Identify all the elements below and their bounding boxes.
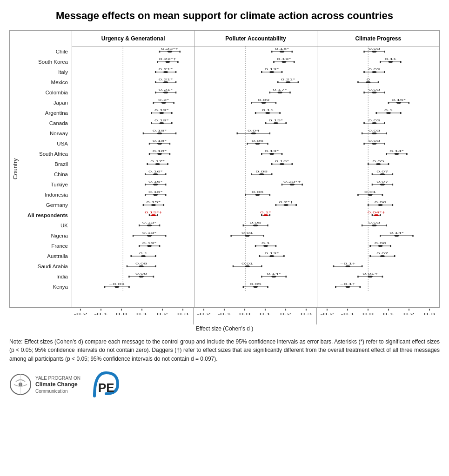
svg-text:0.14*: 0.14* [389,150,404,152]
svg-point-175 [270,153,274,155]
svg-point-94 [147,235,152,237]
svg-text:0.15*†: 0.15*† [145,211,162,214]
svg-point-135 [270,71,274,73]
svg-point-326 [374,214,378,216]
svg-point-119 [115,286,119,288]
svg-text:PE: PE [98,381,114,395]
svg-text:0.01: 0.01 [241,231,254,234]
country-label: Kenya [22,282,70,292]
svg-text:0.09: 0.09 [135,272,147,275]
svg-point-34 [160,112,164,114]
svg-text:0.14*: 0.14* [267,272,281,275]
svg-text:0.2*: 0.2* [158,99,169,101]
country-label: Indonesia [22,190,70,200]
svg-point-246 [372,51,376,53]
svg-text:0.13*: 0.13* [265,150,279,152]
svg-text:0.19*: 0.19* [154,109,169,112]
x-axis-spacer [9,308,70,324]
yale-logo: YALE PROGRAM ON Climate Change Communica… [9,373,80,396]
svg-text:0.06: 0.06 [374,201,386,204]
svg-text:0.2: 0.2 [280,312,291,316]
svg-point-311 [380,184,384,185]
svg-text:0.09: 0.09 [258,99,270,101]
svg-text:0.23*†: 0.23*† [161,47,179,50]
country-label: Saudi Arabia [22,261,70,271]
footer: YALE PROGRAM ON Climate Change Communica… [9,370,440,398]
svg-text:0.15*: 0.15* [147,201,161,204]
country-label: Germany [22,200,70,210]
svg-point-160 [274,122,278,124]
yale-text: YALE PROGRAM ON Climate Change Communica… [35,375,80,395]
svg-point-114 [139,276,143,278]
country-label: South Africa [22,149,70,159]
svg-text:-0.2: -0.2 [320,312,334,316]
panel-header-climate: Climate Progress [317,31,439,46]
svg-point-321 [378,204,382,206]
country-label: Brazil [22,159,70,169]
svg-text:−0.1†: −0.1† [340,283,355,285]
svg-text:0.13*: 0.13* [142,231,157,234]
svg-point-44 [157,132,161,134]
svg-text:0.07: 0.07 [376,252,389,255]
svg-point-64 [154,173,158,175]
svg-text:-0.2: -0.2 [74,312,87,316]
country-label: USA [22,139,70,149]
svg-point-125 [280,51,284,53]
svg-point-130 [282,61,286,63]
svg-text:0.15*: 0.15* [269,119,283,122]
svg-text:0.16*: 0.16* [148,191,163,193]
svg-text:0.21*: 0.21* [159,88,173,91]
svg-text:0.05: 0.05 [372,160,384,163]
svg-point-195 [255,194,260,196]
svg-point-170 [255,143,260,145]
svg-text:0.13*: 0.13* [142,242,157,245]
svg-text:0.08: 0.08 [256,170,268,173]
y-axis-label: Country [10,31,20,307]
svg-text:0.0: 0.0 [116,312,127,316]
svg-text:0.19*: 0.19* [154,119,169,122]
panel-header-polluter: Polluter Accountability [194,31,316,46]
svg-point-145 [278,92,282,93]
yale-logo-icon [9,373,32,396]
country-label: Norway [22,128,70,139]
svg-point-104 [141,255,145,257]
svg-text:0.17*: 0.17* [150,160,165,163]
svg-point-331 [372,225,376,226]
svg-text:0.03: 0.03 [368,68,380,71]
svg-point-361 [346,286,350,288]
svg-point-49 [157,143,161,145]
svg-text:0.03: 0.03 [368,119,380,122]
svg-text:0.04*†: 0.04*† [368,211,385,214]
svg-text:0.2: 0.2 [157,312,168,316]
svg-text:0.13*: 0.13* [142,221,157,224]
svg-text:0.01: 0.01 [241,262,254,265]
svg-point-155 [266,112,270,114]
x-axis-label: Effect size (Cohen's d ) [9,325,440,332]
svg-point-281 [372,122,376,124]
country-label: South Korea [22,57,70,67]
svg-point-19 [164,81,168,83]
svg-point-351 [346,265,350,267]
svg-text:0.0: 0.0 [239,312,250,316]
svg-text:0.1: 0.1 [383,312,394,316]
x-axis-panel-2: -0.2-0.10.00.10.20.3 [193,308,316,324]
svg-text:0.0: 0.0 [362,312,374,316]
svg-point-341 [378,245,382,247]
svg-text:0.1: 0.1 [384,109,393,112]
svg-text:0.03: 0.03 [368,129,380,132]
svg-text:0.19*: 0.19* [277,58,291,60]
svg-text:0.04: 0.04 [248,129,260,132]
svg-point-205 [264,214,268,216]
country-label: China [22,169,70,179]
svg-point-215 [245,235,249,237]
svg-text:0.18*: 0.18* [153,139,167,142]
svg-text:0.15*: 0.15* [391,99,406,101]
chart-title: Message effects on mean support for clim… [9,9,440,23]
country-label: India [22,271,70,282]
svg-text:0.09: 0.09 [135,262,147,265]
panel-body-polluter: 0.18*0.19*0.13*0.21*0.17*0.090.110.15*0.… [194,46,316,307]
svg-text:0.03: 0.03 [368,139,380,142]
svg-point-24 [164,92,168,93]
svg-text:0.11: 0.11 [384,58,396,60]
panels-area: Urgency & Generational0.23*†0.22*†0.21*0… [72,31,439,307]
